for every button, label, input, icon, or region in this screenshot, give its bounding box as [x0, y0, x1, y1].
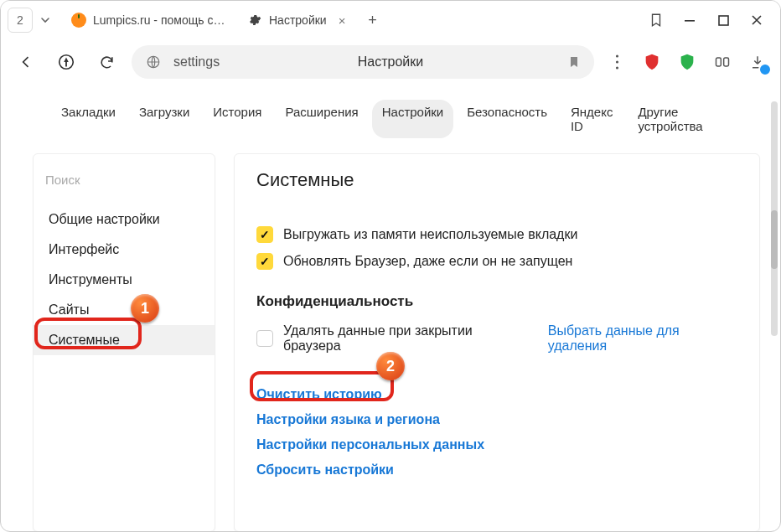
tab-group: 2 Lumpics.ru - помощь с ком Настройки × …	[8, 4, 384, 36]
svg-rect-7	[716, 58, 722, 66]
sidebar-item-general[interactable]: Общие настройки	[34, 204, 215, 235]
adblock-shield-icon[interactable]	[639, 49, 665, 75]
navtab-yandexid[interactable]: Яндекс ID	[561, 100, 624, 138]
new-tab-button[interactable]: +	[360, 8, 384, 32]
svg-rect-0	[685, 20, 695, 22]
orange-favicon-icon	[71, 13, 86, 28]
navtab-downloads[interactable]: Загрузки	[129, 100, 199, 138]
check-label: Удалять данные при закрытии браузера	[283, 323, 528, 354]
tab-settings[interactable]: Настройки ×	[237, 4, 355, 36]
navtab-history[interactable]: История	[203, 100, 272, 138]
settings-nav-tabs: Закладки Загрузки История Расширения Нас…	[1, 85, 780, 153]
globe-icon	[145, 54, 162, 70]
page-heading: Настройки	[358, 54, 423, 70]
url-text: settings	[173, 54, 220, 70]
sidebar-item-sites[interactable]: Сайты	[34, 295, 215, 325]
settings-sidebar: Поиск Общие настройки Интерфейс Инструме…	[33, 153, 215, 532]
svg-point-4	[615, 54, 618, 57]
tab-label: Lumpics.ru - помощь с ком	[93, 13, 227, 27]
main-area: Поиск Общие настройки Интерфейс Инструме…	[1, 153, 780, 532]
titlebar: 2 Lumpics.ru - помощь с ком Настройки × …	[1, 1, 780, 39]
svg-rect-1	[719, 16, 728, 25]
choose-data-link[interactable]: Выбрать данные для удаления	[548, 323, 737, 354]
tab-lumpics[interactable]: Lumpics.ru - помощь с ком	[61, 4, 237, 36]
navtab-bookmarks[interactable]: Закладки	[51, 100, 126, 138]
svg-point-5	[615, 60, 618, 63]
check-label: Выгружать из памяти неиспользуемые вклад…	[283, 227, 577, 242]
yandex-home-icon[interactable]	[51, 47, 81, 77]
navtab-devices[interactable]: Другие устройства	[628, 100, 730, 138]
sidebar-search[interactable]: Поиск	[45, 166, 203, 193]
svg-point-6	[615, 66, 618, 69]
bookmark-filled-icon[interactable]	[567, 55, 581, 69]
window-maximize-button[interactable]	[706, 8, 740, 33]
tab-count-button[interactable]: 2	[8, 8, 33, 33]
content-title: Системные	[256, 169, 737, 191]
address-bar[interactable]: settings Настройки	[132, 45, 594, 79]
tab-label: Настройки	[269, 13, 327, 27]
kebab-menu-icon[interactable]	[604, 49, 629, 75]
downloads-icon[interactable]	[745, 49, 770, 75]
tabs-dropdown-icon[interactable]	[38, 8, 53, 33]
check-unload-tabs[interactable]: Выгружать из памяти неиспользуемые вклад…	[256, 226, 737, 243]
checkbox-icon[interactable]	[256, 330, 273, 347]
navtab-settings[interactable]: Настройки	[372, 100, 454, 138]
checkbox-icon[interactable]	[256, 253, 273, 270]
privacy-heading: Конфиденциальность	[256, 293, 737, 310]
sidebar-item-tools[interactable]: Инструменты	[34, 265, 215, 295]
link-clear-history[interactable]: Очистить историю	[256, 387, 737, 402]
window-minimize-button[interactable]	[673, 8, 706, 33]
settings-content: Системные hidden Выгружать из памяти неи…	[234, 153, 760, 532]
back-button[interactable]	[11, 47, 41, 77]
scrollbar[interactable]	[771, 101, 778, 336]
extensions-icon[interactable]	[710, 49, 735, 75]
navtab-security[interactable]: Безопасность	[457, 100, 557, 138]
sidebar-item-interface[interactable]: Интерфейс	[34, 235, 215, 265]
checkbox-icon[interactable]	[256, 226, 273, 243]
gear-icon	[247, 13, 262, 28]
bookmark-outline-icon[interactable]	[639, 8, 673, 33]
link-personal-data[interactable]: Настройки персональных данных	[256, 437, 737, 452]
address-row: settings Настройки	[1, 39, 780, 85]
window-close-button[interactable]	[740, 8, 773, 33]
close-icon[interactable]: ×	[339, 13, 346, 28]
navtab-extensions[interactable]: Расширения	[275, 100, 368, 138]
check-label: Обновлять Браузер, даже если он не запущ…	[283, 254, 572, 269]
link-lang-region[interactable]: Настройки языка и региона	[256, 412, 737, 427]
annotation-marker-1: 1	[131, 294, 159, 323]
sidebar-item-system[interactable]: Системные	[34, 325, 215, 355]
check-update-browser[interactable]: Обновлять Браузер, даже если он не запущ…	[256, 253, 737, 270]
protect-shield-icon[interactable]	[675, 49, 700, 75]
svg-rect-8	[724, 58, 729, 66]
scrollbar-thumb[interactable]	[771, 210, 778, 269]
annotation-marker-2: 2	[376, 352, 405, 380]
reload-button[interactable]	[91, 47, 122, 77]
check-clear-on-exit[interactable]: Удалять данные при закрытии браузера Выб…	[256, 323, 737, 354]
link-reset-settings[interactable]: Сбросить настройки	[256, 462, 737, 478]
